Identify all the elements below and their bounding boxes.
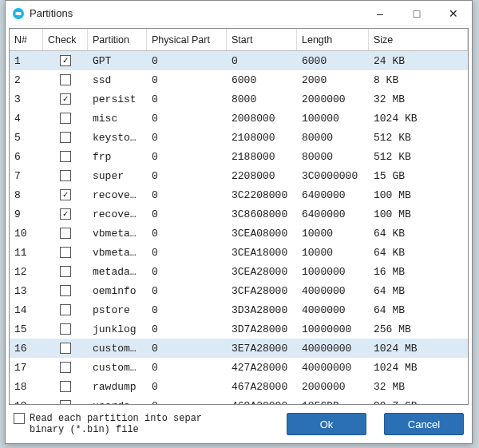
cell-partition: GPT bbox=[88, 55, 147, 67]
cell-start: 3CEA28000 bbox=[227, 266, 297, 278]
cell-partition: custom_b bbox=[88, 362, 147, 374]
cell-size: 1024 MB bbox=[369, 362, 468, 374]
cell-length: 3C0000000 bbox=[297, 170, 369, 182]
cell-partition: super bbox=[88, 170, 147, 182]
close-button[interactable]: ✕ bbox=[435, 1, 472, 26]
row-checkbox[interactable] bbox=[60, 323, 71, 335]
cell-size: 32 MB bbox=[369, 381, 468, 393]
table-row[interactable]: 19userdata0469A2800018FCDD…99.7 GB bbox=[10, 396, 468, 404]
row-checkbox[interactable] bbox=[60, 381, 71, 392]
window-title: Partitions bbox=[30, 7, 362, 19]
table-row[interactable]: 5keystore0210800080000512 KB bbox=[10, 128, 468, 147]
cell-partition: metadata bbox=[88, 266, 147, 278]
col-physical[interactable]: Physical Part bbox=[147, 29, 227, 50]
titlebar: Partitions – □ ✕ bbox=[6, 1, 472, 26]
cell-check bbox=[43, 247, 88, 258]
svg-rect-1 bbox=[16, 12, 22, 15]
cell-start: 3CEA08000 bbox=[227, 228, 297, 240]
cell-physical: 0 bbox=[147, 247, 227, 259]
cancel-button[interactable]: Cancel bbox=[384, 413, 464, 435]
table-row[interactable]: 4misc020080001000001024 KB bbox=[10, 109, 468, 128]
col-check[interactable]: Check bbox=[43, 29, 88, 50]
cell-partition: vbmeta… bbox=[88, 247, 147, 259]
row-checkbox[interactable] bbox=[60, 189, 71, 200]
row-checkbox[interactable] bbox=[60, 285, 71, 296]
row-checkbox[interactable] bbox=[60, 228, 71, 239]
maximize-button[interactable]: □ bbox=[398, 1, 435, 26]
row-checkbox[interactable] bbox=[60, 74, 71, 85]
row-checkbox[interactable] bbox=[60, 400, 71, 404]
row-checkbox[interactable] bbox=[60, 151, 71, 162]
cell-partition: junklog bbox=[88, 323, 147, 335]
cell-physical: 0 bbox=[147, 304, 227, 316]
cell-check bbox=[43, 189, 88, 200]
cell-num: 10 bbox=[10, 228, 43, 240]
cell-size: 15 GB bbox=[369, 170, 468, 182]
table-row[interactable]: 18rawdump0467A28000200000032 MB bbox=[10, 377, 468, 396]
table-row[interactable]: 16custom_a03E7A28000400000001024 MB bbox=[10, 339, 468, 358]
cell-physical: 0 bbox=[147, 113, 227, 125]
table-row[interactable]: 15junklog03D7A2800010000000256 MB bbox=[10, 319, 468, 339]
row-checkbox[interactable] bbox=[60, 113, 71, 124]
row-checkbox[interactable] bbox=[60, 304, 71, 315]
cell-physical: 0 bbox=[147, 266, 227, 278]
cell-start: 2188000 bbox=[227, 151, 297, 163]
cell-size: 16 MB bbox=[369, 266, 468, 278]
row-checkbox[interactable] bbox=[60, 247, 71, 258]
row-checkbox[interactable] bbox=[60, 93, 71, 105]
table-row[interactable]: 2ssd0600020008 KB bbox=[10, 70, 468, 89]
table-row[interactable]: 7super022080003C000000015 GB bbox=[10, 166, 468, 185]
row-checkbox[interactable] bbox=[60, 343, 71, 354]
col-partition[interactable]: Partition bbox=[88, 29, 147, 50]
row-checkbox[interactable] bbox=[60, 362, 71, 373]
row-checkbox[interactable] bbox=[60, 170, 71, 181]
row-checkbox[interactable] bbox=[60, 208, 71, 220]
cell-start: 2108000 bbox=[227, 132, 297, 144]
row-checkbox[interactable] bbox=[60, 266, 71, 277]
separate-bin-label: Read each partition into separ binary (*… bbox=[30, 413, 202, 435]
cell-length: 80000 bbox=[297, 132, 369, 144]
cell-partition: recover… bbox=[88, 208, 147, 220]
separate-bin-checkbox[interactable] bbox=[14, 413, 25, 424]
table-row[interactable]: 13oeminfo03CFA28000400000064 MB bbox=[10, 281, 468, 300]
table-row[interactable]: 3persist08000200000032 MB bbox=[10, 89, 468, 109]
row-checkbox[interactable] bbox=[60, 55, 71, 66]
partitions-dialog: Partitions – □ ✕ N# Check Partition Phys… bbox=[5, 0, 473, 444]
cell-physical: 0 bbox=[147, 132, 227, 144]
table-row[interactable]: 14pstore03D3A28000400000064 MB bbox=[10, 300, 468, 319]
cell-size: 512 KB bbox=[369, 151, 468, 163]
cell-check bbox=[43, 113, 88, 124]
cell-num: 4 bbox=[10, 113, 43, 125]
cell-partition: keystore bbox=[88, 132, 147, 144]
ok-button[interactable]: Ok bbox=[287, 413, 366, 435]
cell-check bbox=[43, 74, 88, 85]
cell-check bbox=[43, 285, 88, 296]
row-checkbox[interactable] bbox=[60, 132, 71, 143]
table-row[interactable]: 6frp0218800080000512 KB bbox=[10, 147, 468, 166]
table-row[interactable]: 11vbmeta…03CEA180001000064 KB bbox=[10, 243, 468, 262]
cell-size: 512 KB bbox=[369, 132, 468, 144]
cell-length: 6400000 bbox=[297, 208, 369, 220]
col-size[interactable]: Size bbox=[369, 29, 468, 50]
cell-start: 3D3A28000 bbox=[227, 304, 297, 316]
cell-check bbox=[43, 362, 88, 373]
table-body[interactable]: 1GPT00600024 KB2ssd0600020008 KB3persist… bbox=[10, 51, 468, 404]
cell-start: 3C2208000 bbox=[227, 189, 297, 201]
table-row[interactable]: 8recover…03C22080006400000100 MB bbox=[10, 185, 468, 204]
cell-num: 13 bbox=[10, 285, 43, 297]
cell-start: 427A28000 bbox=[227, 362, 297, 374]
col-length[interactable]: Length bbox=[297, 29, 369, 50]
table-row[interactable]: 10vbmeta…03CEA080001000064 KB bbox=[10, 224, 468, 243]
cell-length: 80000 bbox=[297, 151, 369, 163]
table-row[interactable]: 12metadata03CEA28000100000016 MB bbox=[10, 262, 468, 281]
cell-size: 24 KB bbox=[369, 55, 468, 67]
cell-partition: rawdump bbox=[88, 381, 147, 393]
minimize-button[interactable]: – bbox=[362, 1, 398, 26]
table-row[interactable]: 1GPT00600024 KB bbox=[10, 51, 468, 70]
col-start[interactable]: Start bbox=[227, 29, 297, 50]
dialog-footer: Read each partition into separ binary (*… bbox=[6, 408, 472, 443]
table-row[interactable]: 17custom_b0427A28000400000001024 MB bbox=[10, 358, 468, 377]
table-row[interactable]: 9recover…03C86080006400000100 MB bbox=[10, 204, 468, 224]
col-num[interactable]: N# bbox=[10, 29, 43, 50]
cell-num: 2 bbox=[10, 74, 43, 86]
